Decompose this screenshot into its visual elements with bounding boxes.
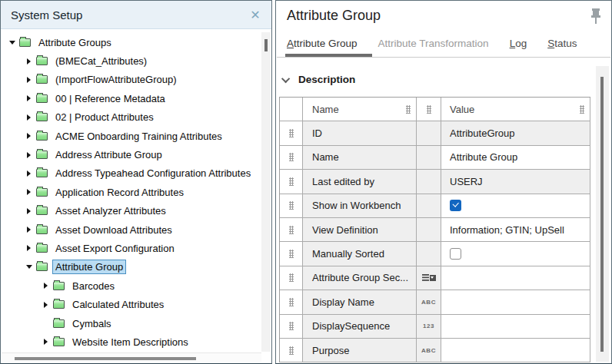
- number-type-icon: 123: [423, 323, 434, 329]
- tree-item[interactable]: Barcodes: [1, 276, 261, 295]
- expand-arrow-icon[interactable]: [24, 133, 34, 139]
- row-drag-handle[interactable]: [280, 121, 303, 144]
- tree-item-label: Attribute Group: [52, 260, 126, 274]
- row-drag-handle[interactable]: [280, 170, 303, 193]
- tree-item[interactable]: Asset Export Configuration: [1, 239, 261, 257]
- column-menu-icon[interactable]: [406, 105, 411, 114]
- tree-item[interactable]: Asset Analyzer Attributes: [1, 202, 261, 220]
- property-value[interactable]: [441, 315, 590, 338]
- tree-item-label: 02 | Product Attributes: [52, 110, 157, 124]
- expand-arrow-icon[interactable]: [7, 41, 17, 45]
- expand-arrow-icon[interactable]: [24, 77, 34, 83]
- tree-item[interactable]: Application Record Attributes: [1, 183, 261, 201]
- tree-item[interactable]: ACME Onboarding Training Attributes: [1, 127, 261, 145]
- row-drag-handle[interactable]: [280, 290, 303, 313]
- detail-vertical-scrollbar[interactable]: [596, 66, 609, 362]
- row-drag-handle[interactable]: [280, 146, 303, 169]
- table-row-displaysequence: DisplaySequence 123: [280, 315, 590, 339]
- pin-icon[interactable]: [590, 8, 601, 25]
- row-drag-handle[interactable]: [280, 339, 303, 362]
- property-value[interactable]: Information; GTIN; UpSell: [441, 218, 590, 241]
- property-value[interactable]: [441, 290, 590, 313]
- column-menu-icon[interactable]: [427, 105, 431, 114]
- close-icon[interactable]: ✕: [247, 7, 264, 24]
- property-value[interactable]: [441, 266, 590, 290]
- property-value[interactable]: Attribute Group: [441, 146, 590, 169]
- property-name: ID: [303, 121, 417, 144]
- tree-item[interactable]: Website Item Descriptions: [1, 333, 261, 351]
- row-drag-handle[interactable]: [280, 266, 303, 290]
- tab-log[interactable]: Log: [510, 38, 527, 49]
- expand-arrow-icon[interactable]: [41, 302, 51, 308]
- folder-icon: [36, 113, 48, 121]
- checkbox-checked[interactable]: [450, 200, 461, 211]
- type-cell: 123: [417, 315, 441, 338]
- table-row-last-edited-by: Last edited by USERJ: [280, 170, 590, 194]
- expand-arrow-icon[interactable]: [24, 95, 34, 101]
- tree-item-label: Address Attribute Group: [52, 147, 165, 162]
- expand-arrow-icon[interactable]: [24, 152, 34, 158]
- expand-arrow-icon[interactable]: [24, 114, 34, 121]
- folder-icon: [53, 300, 65, 309]
- column-header-type[interactable]: [417, 98, 441, 121]
- system-setup-panel: System Setup ✕ Attribute Groups (BMECat_…: [0, 0, 272, 364]
- type-cell: [417, 266, 441, 290]
- expand-arrow-icon[interactable]: [24, 227, 34, 233]
- tree-item[interactable]: Calculated Attributes: [1, 295, 261, 313]
- expand-arrow-icon[interactable]: [24, 208, 34, 214]
- tree-item[interactable]: 02 | Product Attributes: [1, 108, 261, 127]
- expand-arrow-icon[interactable]: [24, 189, 34, 195]
- expand-arrow-icon[interactable]: [41, 339, 51, 345]
- tree-horizontal-scrollbar[interactable]: [2, 352, 261, 362]
- column-menu-icon[interactable]: [580, 105, 584, 114]
- expand-arrow-icon[interactable]: [24, 245, 34, 251]
- tree-item[interactable]: Cymbals: [1, 314, 261, 333]
- application-window: System Setup ✕ Attribute Groups (BMECat_…: [0, 0, 612, 364]
- scrollbar-thumb[interactable]: [600, 77, 604, 352]
- property-value[interactable]: [441, 339, 590, 362]
- tree-item[interactable]: (ImportFlowAttributeGroup): [1, 71, 261, 89]
- checkbox-unchecked[interactable]: [450, 248, 461, 260]
- folder-icon: [53, 319, 65, 328]
- text-type-icon: ABC: [421, 347, 436, 354]
- tree-item-label: Address Typeahead Configuration Attribut…: [52, 166, 254, 180]
- chevron-down-icon[interactable]: [281, 74, 290, 82]
- description-section-header[interactable]: Description: [284, 74, 355, 85]
- tree-item[interactable]: Attribute Groups: [1, 33, 261, 51]
- row-drag-handle[interactable]: [280, 218, 303, 241]
- scrollbar-thumb[interactable]: [15, 357, 196, 360]
- tab-label: tatus: [554, 38, 577, 49]
- folder-icon: [36, 244, 48, 253]
- folder-icon: [36, 226, 48, 234]
- row-drag-handle[interactable]: [280, 315, 303, 338]
- type-cell: [417, 146, 441, 169]
- property-name: View Definition: [303, 218, 417, 241]
- scrollbar-thumb[interactable]: [264, 39, 268, 51]
- tree-vertical-scrollbar[interactable]: [261, 32, 271, 352]
- column-header-name[interactable]: Name: [303, 98, 417, 121]
- tree-item[interactable]: (BMECat_Attributes): [1, 51, 261, 70]
- tab-attribute-group[interactable]: Attribute Group: [287, 38, 358, 49]
- row-drag-handle[interactable]: [280, 242, 303, 265]
- table-row-display-name: Display Name ABC: [280, 290, 590, 314]
- tab-label: og: [515, 38, 527, 49]
- expand-arrow-icon[interactable]: [24, 58, 34, 65]
- type-cell: [417, 218, 441, 241]
- expand-arrow-icon[interactable]: [24, 170, 34, 177]
- expand-arrow-icon[interactable]: [24, 265, 34, 269]
- list-dropdown-icon[interactable]: [422, 273, 436, 283]
- tree-item[interactable]: Address Typeahead Configuration Attribut…: [1, 164, 261, 183]
- tab-attribute-transformation[interactable]: Attribute Transformation: [378, 38, 489, 49]
- tree-item[interactable]: 00 | Reference Metadata: [1, 89, 261, 108]
- tab-bar: Attribute Group Attribute Transformation…: [287, 38, 577, 49]
- column-header-value[interactable]: Value: [441, 98, 590, 121]
- tree-item-selected[interactable]: Attribute Group: [1, 258, 261, 276]
- expand-arrow-icon[interactable]: [41, 283, 51, 289]
- tree-item[interactable]: Address Attribute Group: [1, 145, 261, 164]
- tree-item[interactable]: Asset Download Attributes: [1, 220, 261, 239]
- tab-status[interactable]: Status: [547, 38, 577, 49]
- row-drag-handle[interactable]: [280, 194, 303, 217]
- property-name: Name: [303, 146, 417, 169]
- folder-icon: [53, 282, 65, 290]
- attribute-groups-tree: Attribute Groups (BMECat_Attributes) (Im…: [1, 33, 261, 352]
